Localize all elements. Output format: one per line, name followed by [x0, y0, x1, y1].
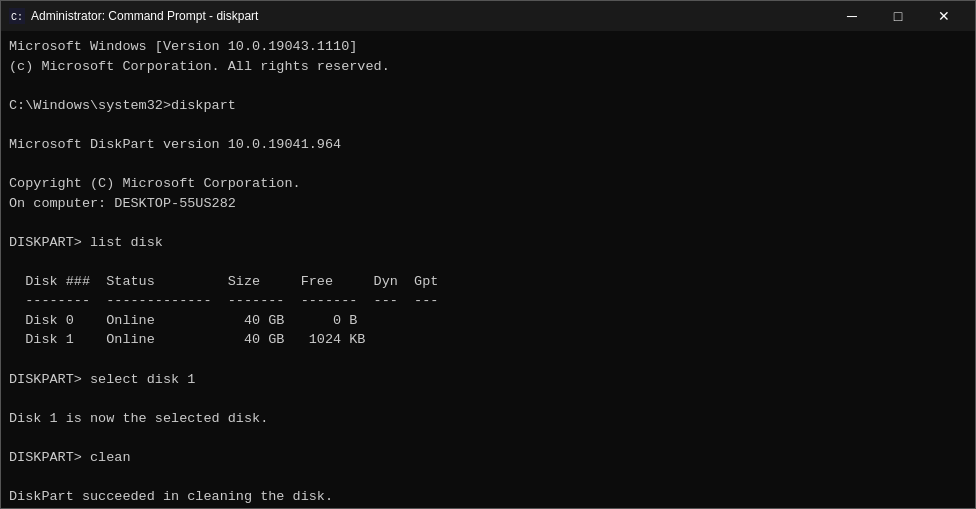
terminal-content: Microsoft Windows [Version 10.0.19043.11… [9, 37, 967, 508]
title-bar: C: Administrator: Command Prompt - diskp… [1, 1, 975, 31]
window-title: Administrator: Command Prompt - diskpart [31, 9, 258, 23]
svg-text:C:: C: [11, 12, 23, 23]
close-button[interactable]: ✕ [921, 1, 967, 31]
title-bar-left: C: Administrator: Command Prompt - diskp… [9, 8, 258, 24]
window-controls: ─ □ ✕ [829, 1, 967, 31]
minimize-button[interactable]: ─ [829, 1, 875, 31]
terminal-output[interactable]: Microsoft Windows [Version 10.0.19043.11… [1, 31, 975, 508]
command-prompt-window: C: Administrator: Command Prompt - diskp… [0, 0, 976, 509]
maximize-button[interactable]: □ [875, 1, 921, 31]
cmd-icon: C: [9, 8, 25, 24]
